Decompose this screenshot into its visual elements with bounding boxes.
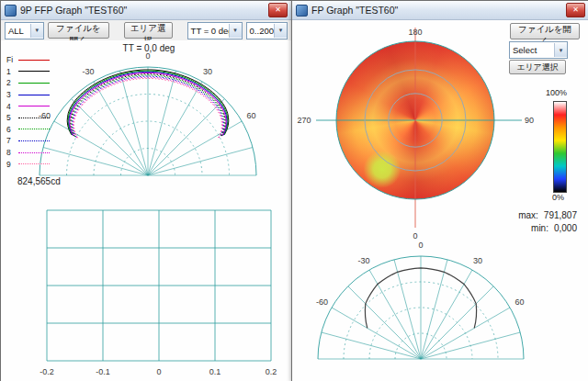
svg-text:0.2: 0.2 [266,367,277,376]
range-dropdown-value: 0..200 [247,26,274,36]
legend-header-line [18,60,50,61]
xy-grid-chart[interactable]: -0.2-0.100.10.2 [27,205,284,379]
legend-item: 5 [6,112,50,124]
svg-text:0: 0 [145,52,150,61]
legend-item: 3 [6,89,50,101]
legend-item: 7 [6,135,50,147]
svg-text:-0.1: -0.1 [96,367,110,376]
chevron-down-icon: ▾ [554,43,567,57]
svg-text:-30: -30 [357,256,369,265]
filter-dropdown[interactable]: ALL ▾ [5,22,44,39]
ffp-client: TT = 0,0 deg -60-3003060 Fi 123456789 82… [1,40,291,381]
svg-text:-60: -60 [316,297,328,307]
tt-angle-dropdown[interactable]: TT = 0 deg ▾ [187,22,243,39]
range-dropdown[interactable]: 0..200 ▾ [246,22,288,39]
max-row: max: 791,807 [480,209,577,222]
fp-window: FP Graph "TEST60" ✕ ファイルを開く Select ▾ エリア… [291,0,588,381]
ffp-titlebar[interactable]: 9P FFP Graph "TEST60" ✕ [1,1,291,20]
legend-item: 8 [6,147,50,159]
fp-titlebar[interactable]: FP Graph "TEST60" ✕ [292,1,588,20]
ffp-toolbar: ALL ▾ ファイルを開く エリア選択 TT = 0 deg ▾ 0..200 … [1,20,291,41]
legend-item: 9 [6,158,50,170]
svg-text:0: 0 [156,367,161,376]
max-label: max: [518,209,538,222]
svg-text:180: 180 [408,28,422,37]
legend-item: 4 [6,100,50,112]
tt-angle-dropdown-value: TT = 0 deg [188,26,229,36]
app-icon [5,5,17,17]
ffp-window-title: 9P FFP Graph "TEST60" [20,5,265,16]
svg-text:270: 270 [297,116,311,125]
fp-window-title: FP Graph "TEST60" [311,5,562,16]
svg-text:-30: -30 [82,67,94,76]
svg-text:60: 60 [247,111,256,120]
close-icon[interactable]: ✕ [566,3,585,17]
legend: Fi 123456789 [6,54,50,170]
chevron-down-icon: ▾ [30,24,43,38]
chevron-down-icon: ▾ [229,24,242,38]
svg-text:0: 0 [418,241,423,250]
select-dropdown-value: Select [510,45,554,55]
svg-text:-0.2: -0.2 [40,367,54,376]
close-icon[interactable]: ✕ [268,3,288,17]
open-file-button[interactable]: ファイルを開く [48,22,109,39]
max-value: 791,807 [544,209,577,222]
legend-item: 6 [6,124,50,136]
legend-header: Fi [6,55,18,64]
select-dropdown[interactable]: Select ▾ [509,41,568,59]
legend-item: 1 [6,66,50,78]
svg-text:30: 30 [203,67,212,76]
svg-text:60: 60 [514,297,524,307]
open-file-button[interactable]: ファイルを開く [510,23,580,39]
legend-header-row: Fi [6,54,50,66]
svg-text:30: 30 [473,256,482,265]
app-icon [296,5,308,17]
scale-max-label: 100% [546,88,567,97]
legend-item: 2 [6,77,50,89]
area-select-button[interactable]: エリア選択 [509,60,566,74]
chevron-down-icon: ▾ [274,24,287,38]
svg-text:0.1: 0.1 [209,367,221,376]
fp-profile-chart[interactable]: -60-3003060 [292,232,587,381]
scale-min-label: 0% [552,193,564,202]
filter-dropdown-value: ALL [6,26,30,36]
maxmin-readout: max: 791,807 min: 0,000 [480,209,577,235]
color-scale-bar [553,101,567,193]
ffp-window: 9P FFP Graph "TEST60" ✕ ALL ▾ ファイルを開く エリ… [0,0,292,381]
area-select-button[interactable]: エリア選択 [124,22,173,39]
fp-heatmap[interactable] [336,41,494,199]
svg-text:90: 90 [525,116,534,125]
candela-readout: 824,565cd [17,176,61,186]
fp-client: ファイルを開く Select ▾ エリア選択 180270900 100% 0%… [292,20,588,381]
